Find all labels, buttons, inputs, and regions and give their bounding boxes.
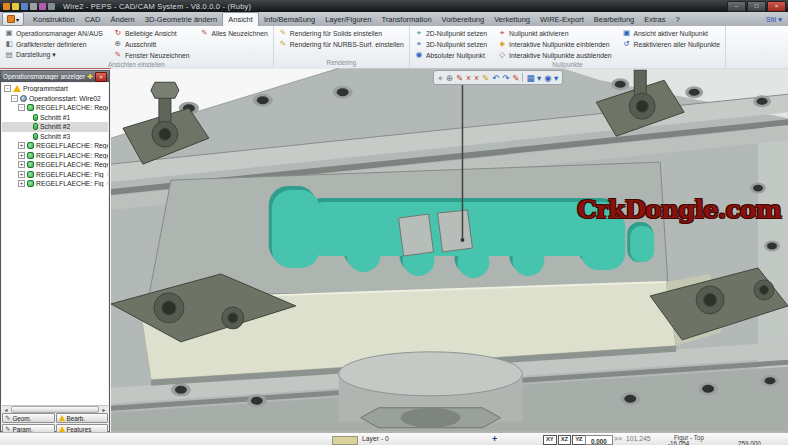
app-icon[interactable] bbox=[3, 3, 10, 10]
grafikfenster-definieren-button[interactable]: ◧ Grafikfenster definieren bbox=[3, 39, 105, 49]
tab-verkettung[interactable]: Verkettung bbox=[489, 13, 535, 26]
tree-item-operationsstart[interactable]: - Operationsstart: Wire02 bbox=[2, 94, 108, 104]
tree-item-schnitt-3[interactable]: Schnitt #3 bbox=[2, 132, 108, 142]
tab-vorbereitung[interactable]: Vorbereitung bbox=[437, 13, 490, 26]
layer-label: Layer - 0 bbox=[362, 433, 389, 445]
tree-expander[interactable]: + bbox=[18, 180, 25, 187]
marker-icon[interactable]: ✎ bbox=[512, 72, 519, 84]
style-selector-button[interactable]: Stil ▾ bbox=[766, 13, 782, 26]
delete-icon[interactable]: × bbox=[474, 72, 479, 84]
bearb-button[interactable]: Bearb. bbox=[56, 413, 109, 423]
step-prev-button[interactable]: < bbox=[578, 433, 582, 445]
redraw-icon[interactable]: ✎ bbox=[456, 72, 463, 84]
step-next-button[interactable]: >> bbox=[614, 433, 622, 445]
trim-icon[interactable]: × bbox=[466, 72, 471, 84]
plane-xy-button[interactable]: XY bbox=[543, 435, 557, 445]
open-icon[interactable] bbox=[12, 3, 19, 10]
ansicht-aktiver-nullpunkt-button[interactable]: ▣ Ansicht aktiver Nullpunkt bbox=[621, 28, 723, 38]
render-solids-icon: ✎ bbox=[279, 29, 287, 37]
warning-icon bbox=[13, 85, 21, 92]
application-menu-button[interactable]: ▾ bbox=[2, 12, 24, 26]
undo-icon[interactable] bbox=[39, 3, 46, 10]
print-icon[interactable] bbox=[30, 3, 37, 10]
tree-expander[interactable]: - bbox=[11, 95, 18, 102]
tab-bearbeitung[interactable]: Bearbeitung bbox=[589, 13, 639, 26]
rendering-nurbs-button[interactable]: ✎ Rendering für NURBS-Surf. einstellen bbox=[277, 39, 406, 49]
tree-item-programmstart[interactable]: - Programmstart bbox=[2, 84, 108, 94]
viewport-toolbar: ⌖ ⊕ ✎ × × ✎ ↶ ↷ ✎ ▦ ▾ ◉ ▾ bbox=[433, 70, 563, 85]
tab-3d-geometrie-aendern[interactable]: 3D-Geometrie ändern bbox=[140, 13, 223, 26]
absoluter-nullpunkt-button[interactable]: ◉ Absoluter Nullpunkt bbox=[413, 50, 489, 60]
settings-icon[interactable] bbox=[48, 3, 55, 10]
origin-2d-icon: ⌖ bbox=[415, 29, 423, 37]
maximize-button[interactable]: □ bbox=[747, 1, 766, 12]
tab-layer-figuren[interactable]: Layer/Figuren bbox=[320, 13, 376, 26]
horizontal-scrollbar[interactable]: ◄ ► bbox=[2, 405, 108, 413]
tree-item-regelflaeche2[interactable]: - REGELFLAECHE: Regelflaeche2 / f bbox=[2, 103, 108, 113]
layout-dropdown-icon[interactable]: ▦ ▾ bbox=[526, 72, 541, 84]
save-icon[interactable] bbox=[21, 3, 28, 10]
minimize-button[interactable]: – bbox=[727, 1, 746, 12]
step-value-field[interactable]: 0.000 bbox=[585, 435, 613, 445]
scroll-left-arrow[interactable]: ◄ bbox=[2, 407, 10, 413]
panel-title-bar[interactable]: Operationsmanager anzeigen ✚ × bbox=[1, 71, 109, 82]
geom-button[interactable]: ✎ Geom. bbox=[2, 413, 55, 423]
tree-item-fig002[interactable]: + REGELFLAECHE: Fig_002 / Fig_00 bbox=[2, 179, 108, 189]
group-title-rendering: Rendering bbox=[277, 58, 406, 68]
operationsmanager-anaus-button[interactable]: ▣ Operationsmanager AN/AUS bbox=[3, 28, 105, 38]
ausschnitt-button[interactable]: ⊕ Ausschnitt bbox=[112, 39, 192, 49]
operation-start-icon bbox=[20, 95, 27, 102]
beliebige-ansicht-button[interactable]: ↻ Beliebige Ansicht bbox=[112, 28, 192, 38]
scroll-right-arrow[interactable]: ► bbox=[100, 407, 108, 413]
select-icon[interactable]: ⌖ bbox=[438, 72, 443, 84]
3d-viewport[interactable]: ⌖ ⊕ ✎ × × ✎ ↶ ↷ ✎ ▦ ▾ ◉ ▾ CrkDongle.com bbox=[111, 68, 788, 432]
layer-color-swatch[interactable] bbox=[332, 436, 358, 445]
nullpunkte-ausblenden-button[interactable]: ◇ Interaktive Nullpunkte ausblenden bbox=[496, 50, 613, 60]
scrollbar-thumb[interactable] bbox=[11, 406, 99, 413]
alles-neuzeichnen-button[interactable]: ✎ Alles Neuzeichnen bbox=[199, 28, 270, 38]
pin-icon[interactable]: ✚ bbox=[87, 73, 93, 81]
snap-cross-icon[interactable]: + bbox=[492, 433, 497, 445]
tab-transformation[interactable]: Transformation bbox=[376, 13, 436, 26]
tab-help[interactable]: ? bbox=[671, 13, 685, 26]
tree-expander[interactable]: - bbox=[18, 104, 25, 111]
zoom-icon[interactable]: ⊕ bbox=[446, 72, 453, 84]
sketch-icon[interactable]: ✎ bbox=[482, 72, 489, 84]
button-label: Alles Neuzeichnen bbox=[212, 30, 268, 37]
tree-expander[interactable]: + bbox=[18, 142, 25, 149]
rendering-solids-button[interactable]: ✎ Rendering für Solids einstellen bbox=[277, 28, 406, 38]
tree-item-schnitt-1[interactable]: Schnitt #1 bbox=[2, 113, 108, 123]
tree-item-regelflaeche3[interactable]: + REGELFLAECHE: Regelflaeche3 / f bbox=[2, 141, 108, 151]
nullpunkt-2d-button[interactable]: ⌖ 2D-Nullpunkt setzen bbox=[413, 28, 489, 38]
panel-close-icon[interactable]: × bbox=[95, 72, 107, 82]
tree-item-fig000[interactable]: + REGELFLAECHE: Fig_000 / Fig_00 bbox=[2, 170, 108, 180]
darstellung-button[interactable]: ▤ Darstellung ▾ bbox=[3, 50, 105, 60]
close-button[interactable]: × bbox=[767, 1, 786, 12]
tree-expander[interactable]: + bbox=[18, 171, 25, 178]
nullpunkt-3d-button[interactable]: ⌖ 3D-Nullpunkt setzen bbox=[413, 39, 489, 49]
undo-icon[interactable]: ↶ bbox=[492, 72, 499, 84]
tab-wire-export[interactable]: WIRE-Export bbox=[535, 13, 589, 26]
redo-icon[interactable]: ↷ bbox=[502, 72, 509, 84]
reaktivieren-nullpunkte-button[interactable]: ↺ Reaktivieren aller Nullpunkte bbox=[621, 39, 723, 49]
nullpunkt-aktivieren-button[interactable]: ⌖ Nullpunkt aktivieren bbox=[496, 28, 613, 38]
tree-expander[interactable]: + bbox=[18, 161, 25, 168]
fenster-neuzeichnen-button[interactable]: ✎ Fenster Neuzeichnen bbox=[112, 50, 192, 60]
nullpunkte-einblenden-button[interactable]: ◈ Interaktive Nullpunkte einblenden bbox=[496, 39, 613, 49]
tree-item-regelflaeche7[interactable]: + REGELFLAECHE: Regelflaeche7 / f bbox=[2, 151, 108, 161]
panel-title: Operationsmanager anzeigen bbox=[3, 73, 85, 80]
tab-info-bemassung[interactable]: Info/Bemaßung bbox=[259, 13, 320, 26]
tree-expander[interactable]: - bbox=[4, 85, 11, 92]
tree-item-schnitt-2[interactable]: Schnitt #2 bbox=[2, 122, 108, 132]
tree-expander[interactable]: + bbox=[18, 152, 25, 159]
tab-aendern[interactable]: Ändern bbox=[106, 13, 140, 26]
button-label: Interaktive Nullpunkte einblenden bbox=[509, 41, 610, 48]
plane-xz-button[interactable]: XZ bbox=[558, 435, 571, 445]
tab-ansicht[interactable]: Ansicht bbox=[222, 12, 259, 26]
tab-extras[interactable]: Extras bbox=[639, 13, 670, 26]
tab-konstruktion[interactable]: Konstruktion bbox=[28, 13, 80, 26]
tree-item-label: REGELFLAECHE: Fig_002 / Fig_00 bbox=[36, 180, 108, 187]
tree-item-regelflaeche6[interactable]: + REGELFLAECHE: Regelflaeche6 / f bbox=[2, 160, 108, 170]
shading-dropdown-icon[interactable]: ◉ ▾ bbox=[544, 72, 558, 84]
tab-cad[interactable]: CAD bbox=[80, 13, 106, 26]
